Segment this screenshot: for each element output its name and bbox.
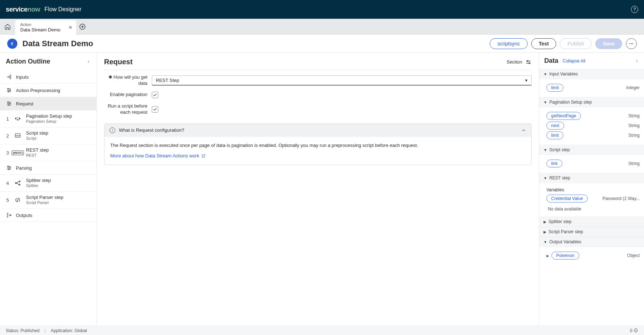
status-text: Status: Published (6, 328, 39, 333)
tab-action[interactable]: Action Data Stream Demo ✕ (15, 20, 76, 35)
step-number: 5 (6, 197, 9, 203)
content-area: Request Section ✱How will you get data R… (97, 53, 539, 326)
step-script[interactable]: 2 Script step Script (0, 127, 96, 144)
variable-row: limit String (546, 131, 640, 139)
top-banner: servicenow Flow Designer ? (0, 0, 644, 19)
section-header[interactable]: ▼Script step (539, 145, 644, 155)
application-text: Application: Global (51, 328, 87, 333)
request-icon (6, 101, 12, 106)
variable-type: String (628, 161, 640, 166)
collapse-all-link[interactable]: Collapse All (563, 58, 585, 64)
chevron-right-icon[interactable] (635, 59, 639, 63)
app-name: Flow Designer (44, 6, 81, 13)
svg-point-5 (632, 43, 633, 44)
tab-bar: Action Data Stream Demo ✕ (0, 19, 644, 35)
variable-pill[interactable]: getNextPage (546, 112, 581, 120)
variable-pill[interactable]: next (546, 122, 564, 130)
variable-pill[interactable]: limit (546, 84, 563, 92)
step-number: 2 (6, 133, 9, 139)
back-button[interactable] (7, 39, 17, 49)
outline-title: Action Outline (6, 58, 50, 65)
content-heading: Request (104, 58, 133, 66)
outputs-icon (6, 212, 12, 218)
info-link[interactable]: More about how Data Stream Actions work (110, 152, 206, 160)
chevron-down-icon: ▾ (525, 78, 528, 83)
variable-pill[interactable]: Credential Value (546, 195, 588, 203)
bell-icon[interactable] (634, 328, 638, 333)
home-button[interactable] (0, 19, 15, 34)
data-section-pagination-setup: ▼Pagination Setup step getNextPage Strin… (539, 97, 644, 145)
svg-point-35 (529, 62, 530, 64)
step-title: Pagination Setup step (26, 113, 72, 119)
pagination-icon (13, 115, 22, 122)
how-get-data-select[interactable]: REST Step ▾ (152, 75, 532, 86)
outline-preprocessing[interactable]: Action Preprocessing (0, 84, 96, 97)
title-bar: Data Stream Demo scriptsync Test Publish… (0, 35, 644, 53)
data-section-input-variables: ▼Input Variables limit Integer (539, 69, 644, 97)
svg-point-10 (9, 90, 10, 91)
variable-row: ▶ Pokemon Object (546, 252, 640, 260)
variable-type: Object (627, 253, 640, 258)
step-sub: REST (26, 153, 49, 158)
outline-request[interactable]: Request (0, 97, 96, 110)
variable-row: link String (546, 160, 640, 168)
svg-point-3 (630, 43, 630, 44)
step-rest[interactable]: 3 {REST} REST step REST (0, 144, 96, 161)
step-pagination-setup[interactable]: 1 Pagination Setup step Pagination Setup (0, 110, 96, 127)
step-title: Splitter step (26, 178, 51, 183)
variable-pill[interactable]: Pokemon (551, 252, 579, 260)
save-button[interactable]: Save (595, 38, 622, 49)
variable-pill[interactable]: limit (546, 131, 563, 139)
help-icon[interactable]: ? (631, 6, 638, 13)
test-button[interactable]: Test (531, 38, 557, 49)
outline-preprocessing-label: Action Preprocessing (16, 88, 60, 93)
data-panel: Data Collapse All ▼Input Variables limit… (539, 53, 644, 326)
step-number: 1 (6, 116, 9, 122)
variable-pill[interactable]: link (546, 160, 562, 168)
script-icon (13, 132, 22, 139)
no-data-label: No data available (546, 204, 640, 213)
outline-outputs[interactable]: Outputs (0, 209, 96, 222)
svg-point-31 (19, 184, 20, 185)
section-header[interactable]: ▶Splitter step (539, 217, 644, 227)
section-header[interactable]: ▼Pagination Setup step (539, 97, 644, 107)
splitter-icon (13, 179, 22, 187)
expand-icon[interactable]: ▶ (546, 254, 549, 258)
svg-point-21 (17, 119, 18, 120)
outline-inputs[interactable]: Inputs (0, 70, 96, 84)
step-title: Script step (26, 130, 48, 136)
add-tab-button[interactable] (76, 19, 89, 34)
outline-inputs-label: Inputs (16, 74, 29, 80)
data-section-script-step: ▼Script step link String (539, 145, 644, 173)
collapse-outline-button[interactable] (86, 60, 91, 64)
svg-point-9 (8, 88, 9, 90)
info-icon: i (110, 127, 115, 133)
more-button[interactable] (626, 38, 637, 49)
info-panel-header[interactable]: i What is Request configuration? (104, 124, 531, 137)
svg-point-27 (9, 168, 10, 169)
enable-pagination-checkbox[interactable] (152, 92, 158, 98)
step-script-parser[interactable]: 5 Script Parser step Script Parser (0, 192, 96, 209)
publish-button[interactable]: Publish (560, 38, 592, 49)
run-script-checkbox[interactable] (152, 106, 158, 113)
outline-parsing[interactable]: Parsing (0, 161, 96, 175)
chevron-up-icon (521, 128, 526, 133)
tab-type: Action (20, 22, 60, 27)
info-body-text: The Request section is executed once per… (110, 142, 525, 149)
brand-logo: servicenow (6, 6, 40, 13)
variable-row: getNextPage String (546, 112, 640, 120)
close-icon[interactable]: ✕ (68, 24, 73, 31)
rest-icon: {REST} (13, 149, 22, 156)
section-header[interactable]: ▶Script Parser step (539, 227, 644, 237)
step-splitter[interactable]: 4 Splitter step Splitter (0, 175, 96, 192)
section-header[interactable]: ▼Input Variables (539, 69, 644, 79)
scriptsync-button[interactable]: scriptsync (490, 38, 527, 49)
info-panel: i What is Request configuration? The Req… (104, 123, 532, 165)
sliders-icon (525, 59, 532, 65)
section-label: Section (507, 59, 522, 65)
brand-right: now (27, 6, 40, 13)
section-header[interactable]: ▼REST step (539, 173, 644, 183)
section-toggle[interactable]: Section (507, 59, 532, 65)
step-sub: Splitter (26, 183, 51, 188)
section-header[interactable]: ▼Output Variables (539, 237, 644, 247)
